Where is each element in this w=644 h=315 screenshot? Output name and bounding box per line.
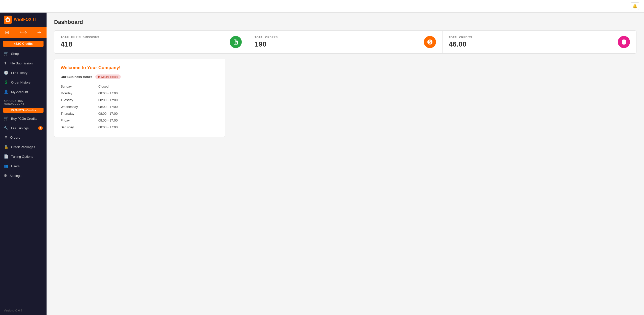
settings-icon: ⚙ (4, 173, 7, 178)
sidebar-item-users[interactable]: 👥 Users (0, 161, 47, 171)
sidebar-item-file-tunings[interactable]: 🔧 File Tunings 1 (0, 123, 47, 133)
welcome-title: Welcome to Your Company! (61, 65, 219, 70)
hours-row: SundayClosed (61, 83, 219, 90)
hours-time: 08:00 - 17:00 (98, 103, 219, 110)
version-label: Version: v0.6.4 (0, 306, 47, 315)
stat-card-orders: TOTAL ORDERS 190 (248, 31, 442, 53)
p2go-credits-badge[interactable]: 29.00 P2Go Credits (3, 108, 44, 113)
upload-icon: ⬆ (4, 61, 7, 65)
logout-icon[interactable]: ⇥ (37, 29, 42, 35)
svg-point-2 (7, 19, 9, 21)
shop-icon: 🛒 (4, 51, 9, 56)
closed-dot (98, 76, 100, 78)
sidebar-item-label: Buy P2Go Credits (11, 117, 37, 121)
dollar-icon (427, 39, 433, 45)
hours-row: Friday08:00 - 17:00 (61, 117, 219, 124)
stat-label-orders: TOTAL ORDERS (255, 36, 278, 39)
stat-label-submissions: TOTAL FILE SUBMISSIONS (61, 36, 99, 39)
sidebar-item-tuning-options[interactable]: 📄 Tuning Options (0, 152, 47, 161)
hours-time: 08:00 - 17:00 (98, 117, 219, 124)
sidebar-item-label: My Account (11, 90, 28, 94)
sidebar-item-buy-p2go[interactable]: 🛒 Buy P2Go Credits (0, 114, 47, 123)
sidebar-item-label: Settings (10, 174, 21, 178)
tuning-options-icon: 📄 (4, 154, 9, 159)
stat-card-credits: TOTAL CREDITS 46.00 (442, 31, 636, 53)
orders-icon: 🖥 (4, 135, 8, 140)
credit-packages-icon: 🔒 (4, 145, 9, 149)
history-icon: 🕐 (4, 70, 9, 75)
hours-time: Closed (98, 83, 219, 90)
users-icon: 👥 (4, 164, 9, 168)
credits-icon-circle (618, 36, 630, 48)
hours-time: 08:00 - 17:00 (98, 110, 219, 117)
hours-row: Monday08:00 - 17:00 (61, 90, 219, 97)
hours-row: Tuesday08:00 - 17:00 (61, 97, 219, 103)
sidebar-item-my-account[interactable]: 👤 My Account (0, 87, 47, 97)
credits-badge[interactable]: 46.00 Credits (3, 41, 44, 47)
sidebar-item-label: Order History (11, 81, 30, 84)
hours-day: Sunday (61, 83, 98, 90)
app-management-section: APPLICATION MANAGEMENT (0, 97, 47, 106)
grid-icon[interactable]: ⊞ (5, 29, 9, 35)
sidebar-item-label: File Tunings (11, 126, 29, 130)
layout: WEBFOX-IT ⊞ ⟺ ⇥ 46.00 Credits 🛒 Shop ⬆ F… (0, 13, 644, 315)
stats-row: TOTAL FILE SUBMISSIONS 418 TOTAL ORDERS … (54, 30, 636, 54)
sidebar-toolbar: ⊞ ⟺ ⇥ (0, 27, 47, 38)
hours-row: Thursday08:00 - 17:00 (61, 110, 219, 117)
stat-value-orders: 190 (255, 40, 278, 48)
topbar: 🔔 (0, 0, 644, 13)
stat-value-submissions: 418 (61, 40, 99, 48)
logo: WEBFOX-IT (0, 13, 47, 27)
sidebar-item-file-submission[interactable]: ⬆ File Submission (0, 58, 47, 68)
order-icon: 💲 (4, 80, 9, 85)
sidebar-item-label: Tuning Options (11, 155, 33, 159)
hours-day: Tuesday (61, 97, 98, 103)
sidebar-item-shop[interactable]: 🛒 Shop (0, 49, 47, 58)
sidebar: WEBFOX-IT ⊞ ⟺ ⇥ 46.00 Credits 🛒 Shop ⬆ F… (0, 13, 47, 315)
sidebar-item-label: Orders (10, 136, 20, 139)
logo-text: WEBFOX-IT (14, 17, 36, 22)
account-icon: 👤 (4, 90, 9, 94)
stat-value-credits: 46.00 (449, 40, 472, 48)
logo-icon (4, 16, 12, 24)
notification-bell[interactable]: 🔔 (631, 2, 639, 10)
hours-table: SundayClosedMonday08:00 - 17:00Tuesday08… (61, 83, 219, 131)
welcome-card: Welcome to Your Company! Our Business Ho… (54, 59, 225, 137)
hours-day: Wednesday (61, 103, 98, 110)
sidebar-item-orders[interactable]: 🖥 Orders (0, 133, 47, 142)
stat-card-file-submissions: TOTAL FILE SUBMISSIONS 418 (54, 31, 248, 53)
file-tuning-icon: 🔧 (4, 126, 9, 130)
submissions-icon-circle (230, 36, 242, 48)
buy-p2go-icon: 🛒 (4, 116, 9, 121)
sidebar-item-label: File Submission (10, 61, 33, 65)
status-badge: We are closed (95, 74, 121, 79)
business-hours-label: Our Business Hours (61, 75, 92, 79)
sidebar-item-label: Credit Packages (11, 145, 35, 149)
stat-label-credits: TOTAL CREDITS (449, 36, 472, 39)
hours-day: Monday (61, 90, 98, 97)
sidebar-item-credit-packages[interactable]: 🔒 Credit Packages (0, 142, 47, 152)
hours-time: 08:00 - 17:00 (98, 97, 219, 103)
translate-icon[interactable]: ⟺ (20, 29, 27, 35)
hours-day: Friday (61, 117, 98, 124)
file-tunings-badge: 1 (38, 126, 43, 130)
sidebar-item-label: Users (11, 164, 20, 168)
sidebar-item-label: Shop (11, 52, 19, 56)
file-document-icon (233, 39, 239, 45)
hours-row: Wednesday08:00 - 17:00 (61, 103, 219, 110)
sidebar-item-settings[interactable]: ⚙ Settings (0, 171, 47, 180)
hours-day: Saturday (61, 124, 98, 131)
hours-time: 08:00 - 17:00 (98, 124, 219, 131)
sidebar-item-file-history[interactable]: 🕐 File History (0, 68, 47, 77)
hours-time: 08:00 - 17:00 (98, 90, 219, 97)
orders-icon-circle (424, 36, 436, 48)
database-icon (621, 39, 627, 45)
main-content: Dashboard TOTAL FILE SUBMISSIONS 418 TOT… (47, 13, 644, 315)
sidebar-item-label: File History (11, 71, 27, 75)
sidebar-item-order-history[interactable]: 💲 Order History (0, 77, 47, 87)
page-title: Dashboard (54, 19, 636, 25)
status-label: We are closed (101, 75, 118, 78)
hours-row: Saturday08:00 - 17:00 (61, 124, 219, 131)
business-hours-header: Our Business Hours We are closed (61, 74, 219, 79)
hours-day: Thursday (61, 110, 98, 117)
